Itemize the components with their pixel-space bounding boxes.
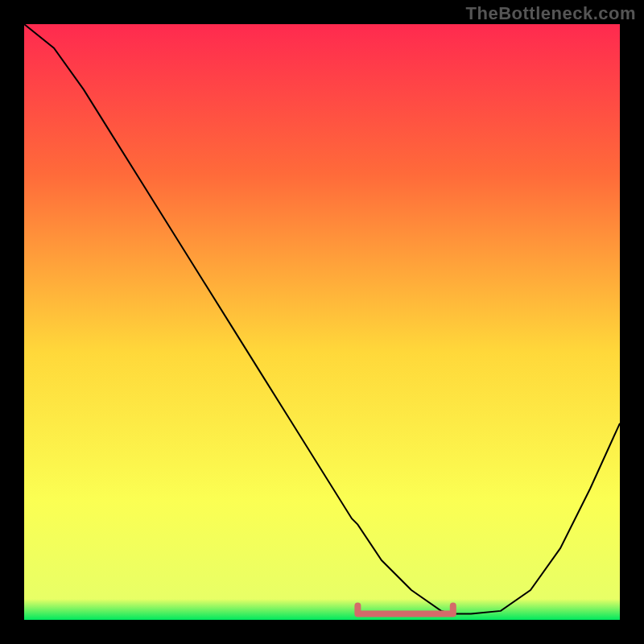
gradient-background (24, 24, 620, 620)
watermark-text: TheBottleneck.com (466, 3, 636, 24)
plot-area (24, 24, 620, 620)
chart-frame: TheBottleneck.com (0, 0, 644, 644)
chart-svg (24, 24, 620, 620)
